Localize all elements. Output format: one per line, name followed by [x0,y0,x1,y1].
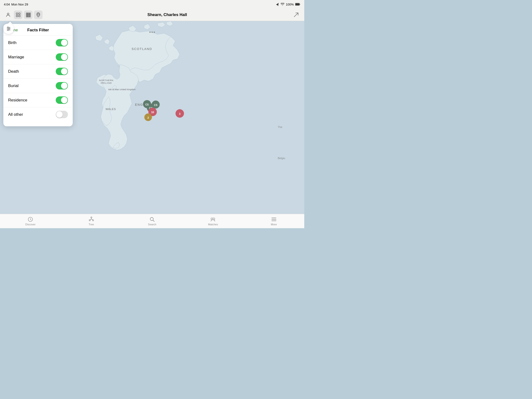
search-icon [149,216,155,222]
svg-point-47 [92,220,94,221]
location-button[interactable] [34,11,43,19]
svg-text:SCOTLAND: SCOTLAND [132,47,152,51]
svg-rect-12 [29,14,31,16]
battery-icon [295,3,300,6]
svg-point-16 [37,13,39,15]
residence-label: Residence [8,98,27,103]
svg-point-41 [7,27,9,28]
tab-search[interactable]: Search [122,214,183,228]
svg-line-52 [153,220,155,222]
birth-toggle[interactable] [56,39,68,46]
tree-icon [89,216,94,222]
location-status-icon [276,3,279,6]
svg-text:CS: CS [154,104,157,107]
svg-line-50 [91,219,93,220]
filter-row-death: Death [3,64,73,79]
death-label: Death [8,69,19,74]
filter-row-marriage: Marriage [3,50,73,64]
filter-panel: Done Facts Filter Birth Marriage Death B… [3,24,73,126]
grid1-button[interactable] [14,11,22,19]
svg-text:Belgiu: Belgiu [278,157,285,159]
svg-rect-11 [28,14,29,16]
svg-line-49 [90,219,91,220]
filter-title: Facts Filter [27,28,49,32]
svg-rect-10 [26,14,27,16]
marriage-toggle[interactable] [56,53,68,61]
grid2-button[interactable] [24,11,32,19]
svg-text:IRELAND: IRELAND [101,82,112,84]
svg-text:Isle of Man United Kingdom: Isle of Man United Kingdom [108,88,135,91]
time: 4:04 [4,3,10,6]
svg-point-43 [7,29,9,31]
svg-rect-13 [26,16,27,17]
discover-icon [27,216,33,222]
tab-search-label: Search [148,223,156,226]
marriage-label: Marriage [8,55,24,60]
matches-icon [210,216,216,222]
svg-text:3: 3 [179,112,180,115]
svg-rect-9 [29,13,31,14]
tab-bar: Discover Tree Search Matches [0,214,304,228]
tab-more[interactable]: More [244,214,304,228]
allother-toggle[interactable] [56,111,68,118]
more-icon [271,216,277,222]
nav-bar: Shearn, Charles Hall [0,9,304,21]
svg-text:CS: CS [145,103,149,106]
svg-rect-3 [16,13,18,14]
person-button[interactable] [4,11,13,19]
filter-row-allother: All other [3,108,73,121]
svg-rect-6 [19,15,20,17]
tab-discover-label: Discover [25,223,36,226]
svg-point-45 [91,217,92,218]
svg-text:WALES: WALES [106,108,116,111]
birth-label: Birth [8,40,17,45]
svg-point-42 [9,28,10,29]
death-toggle[interactable] [56,68,68,75]
wifi-icon [281,3,285,6]
svg-text:The: The [278,126,282,128]
svg-point-2 [7,13,9,15]
residence-toggle[interactable] [56,96,68,104]
allother-label: All other [8,112,23,117]
tab-matches[interactable]: Matches [183,214,243,228]
filter-row-birth: Birth [3,36,73,50]
burial-label: Burial [8,83,19,88]
battery-label: 100% [286,3,294,6]
svg-rect-1 [295,3,299,5]
svg-text:10: 10 [151,111,154,114]
tab-matches-label: Matches [208,223,218,226]
tab-discover[interactable]: Discover [0,214,61,228]
three-dots [150,32,155,33]
svg-point-53 [211,218,213,220]
navigation-arrow-button[interactable] [292,11,300,19]
svg-rect-4 [19,13,20,14]
date: Mon Nov 29 [11,3,28,6]
svg-rect-5 [16,15,18,17]
svg-point-54 [213,218,215,220]
filter-row-residence: Residence [3,93,73,108]
svg-point-46 [89,220,90,221]
filter-row-burial: Burial [3,79,73,93]
tab-tree-label: Tree [89,223,94,226]
svg-rect-8 [28,13,29,14]
svg-text:2: 2 [147,116,149,119]
svg-rect-7 [26,13,27,14]
tab-tree[interactable]: Tree [61,214,121,228]
filter-button[interactable] [3,23,14,34]
burial-toggle[interactable] [56,82,68,89]
svg-rect-14 [28,16,29,17]
tab-more-label: More [271,223,277,226]
status-bar: 4:04 Mon Nov 29 100% [0,0,304,9]
page-title: Shearn, Charles Hall [147,13,187,17]
svg-text:NORTHERN: NORTHERN [99,79,113,82]
svg-rect-15 [29,16,31,17]
